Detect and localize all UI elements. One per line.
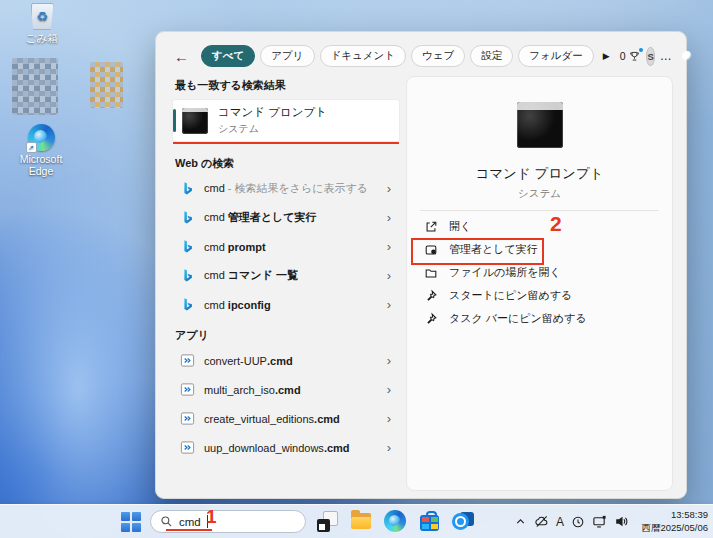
bing-icon — [180, 239, 195, 254]
annotation-underline-result — [173, 142, 399, 145]
best-match-result[interactable]: コマンド プロンプト システム — [173, 100, 399, 141]
web-result[interactable]: cmd - 検索結果をさらに表示する › — [173, 174, 399, 203]
tab-all[interactable]: すべて — [201, 45, 255, 67]
clock[interactable]: 13:58:39 西暦2025/05/06 — [636, 509, 708, 534]
taskbar-search-input[interactable]: cmd — [150, 510, 306, 533]
action-pin-to-start[interactable]: スタートにピン留めする — [407, 284, 672, 307]
action-label: 管理者として実行 — [449, 242, 538, 257]
web-result[interactable]: cmd 管理者として実行 › — [173, 203, 399, 232]
task-view-button[interactable] — [315, 509, 340, 534]
action-open-file-location[interactable]: ファイルの場所を開く — [407, 261, 672, 284]
tab-documents[interactable]: ドキュメント — [320, 45, 406, 67]
web-result[interactable]: cmd コマンド 一覧 › — [173, 261, 399, 290]
web-result[interactable]: cmd prompt › — [173, 232, 399, 261]
recycle-bin-label: ごみ箱 — [26, 32, 58, 44]
annotation-underline-search — [166, 529, 212, 532]
chevron-right-icon: › — [387, 411, 391, 426]
action-run-as-admin[interactable]: 管理者として実行 — [407, 238, 672, 261]
account-avatar[interactable]: S — [646, 47, 654, 66]
divider — [420, 210, 659, 211]
action-label: タスク バーにピン留めする — [449, 311, 587, 326]
desktop-icon-recycle-bin[interactable]: ♻ ごみ箱 — [10, 3, 74, 46]
app-ext: .cmd — [267, 355, 293, 367]
network-icon[interactable] — [592, 514, 607, 529]
app-name: uup_download_windows — [204, 442, 324, 454]
action-label: 開く — [449, 219, 471, 234]
web-query-rest: ipconfig — [228, 299, 271, 311]
web-query-hint: - 検索結果をさらに表示する — [225, 182, 368, 194]
cmd-file-icon — [180, 382, 195, 397]
cmd-prompt-icon — [182, 108, 208, 134]
app-name: convert-UUP — [204, 355, 267, 367]
app-name: create_virtual_editions — [204, 413, 314, 425]
run-as-admin-icon — [424, 243, 438, 257]
web-query: cmd — [204, 241, 228, 253]
action-open[interactable]: 開く — [407, 215, 672, 238]
cmd-file-icon — [180, 353, 195, 368]
tray-chevron-up-icon[interactable] — [514, 515, 527, 528]
annotation-label-2: 2 — [550, 212, 562, 236]
more-options-icon[interactable]: … — [660, 49, 673, 63]
ime-mode-indicator[interactable]: A — [556, 515, 564, 529]
bing-icon — [180, 297, 195, 312]
web-query-rest: コマンド 一覧 — [228, 269, 298, 281]
file-explorer-button[interactable] — [349, 509, 374, 534]
store-button[interactable] — [417, 509, 442, 534]
open-icon — [424, 220, 438, 234]
app-result[interactable]: create_virtual_editions.cmd › — [173, 404, 399, 433]
detail-title: コマンド プロンプト — [407, 165, 672, 183]
chevron-right-icon: › — [387, 353, 391, 368]
folder-icon — [424, 266, 438, 280]
clock-time: 13:58:39 — [636, 509, 708, 521]
web-query-rest: prompt — [228, 241, 266, 253]
app-result[interactable]: multi_arch_iso.cmd › — [173, 375, 399, 404]
desktop-icon-edge[interactable]: ↗ Microsoft Edge — [9, 124, 73, 177]
chevron-right-icon: › — [387, 382, 391, 397]
app-ext: .cmd — [324, 442, 350, 454]
chevron-right-icon: › — [387, 268, 391, 283]
tab-folders[interactable]: フォルダー — [518, 45, 593, 67]
more-tabs-icon[interactable]: ▶ — [603, 51, 610, 61]
app-result[interactable]: convert-UUP.cmd › — [173, 346, 399, 375]
tab-settings[interactable]: 設定 — [470, 45, 513, 67]
action-label: ファイルの場所を開く — [449, 265, 561, 280]
censored-desktop-icon[interactable] — [12, 58, 58, 115]
results-column: 最も一致する検索結果 コマンド プロンプト システム Web の検索 cmd -… — [173, 78, 399, 462]
recycle-bin-icon: ♻ — [31, 3, 54, 30]
edge-label: Microsoft Edge — [20, 153, 63, 177]
chevron-right-icon: › — [387, 210, 391, 225]
start-button[interactable] — [121, 512, 141, 532]
best-match-header: 最も一致する検索結果 — [175, 78, 399, 93]
back-icon[interactable]: ← — [174, 48, 189, 65]
volume-icon[interactable] — [614, 514, 629, 529]
edge-button[interactable] — [383, 509, 408, 534]
app-ext: .cmd — [314, 413, 340, 425]
shortcut-arrow-icon: ↗ — [26, 142, 37, 153]
action-pin-to-taskbar[interactable]: タスク バーにピン留めする — [407, 307, 672, 330]
edge-icon: ↗ — [28, 124, 55, 151]
clock-date: 西暦2025/05/06 — [636, 522, 708, 534]
cmd-prompt-icon-large — [517, 102, 563, 148]
app-name: multi_arch_iso — [204, 384, 275, 396]
web-section-header: Web の検索 — [175, 156, 399, 171]
action-label: スタートにピン留めする — [449, 288, 572, 303]
rewards-count: 0 — [620, 50, 626, 62]
tray-clock-icon[interactable] — [571, 515, 585, 529]
onedrive-paused-icon[interactable] — [534, 514, 549, 529]
tab-web[interactable]: ウェブ — [411, 45, 465, 67]
best-match-subtitle: システム — [218, 122, 327, 136]
web-query: cmd — [204, 182, 225, 194]
web-result[interactable]: cmd ipconfig › — [173, 290, 399, 319]
rewards-dot — [639, 48, 643, 52]
rewards-badge[interactable]: 0 — [620, 50, 642, 63]
web-query: cmd — [204, 299, 228, 311]
censored-desktop-icon[interactable] — [90, 62, 123, 108]
cmd-file-icon — [180, 411, 195, 426]
outlook-button[interactable] — [451, 509, 476, 534]
best-match-title: コマンド プロンプト — [218, 105, 327, 120]
web-query: cmd — [204, 269, 228, 281]
app-result[interactable]: uup_download_windows.cmd › — [173, 433, 399, 462]
result-detail-card: コマンド プロンプト システム 開く 管理者として実行 ファイルの場所を開く — [406, 76, 673, 491]
tab-apps[interactable]: アプリ — [260, 45, 314, 67]
bing-icon — [180, 181, 195, 196]
